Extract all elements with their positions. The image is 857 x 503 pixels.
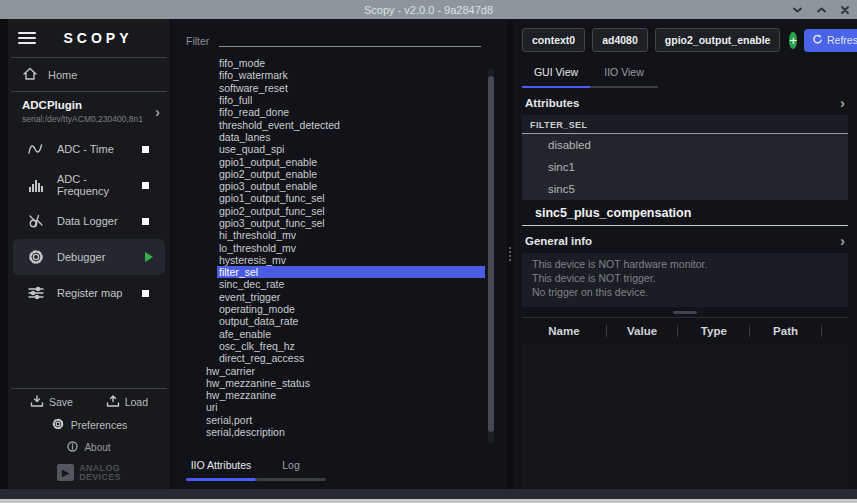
info-line: This device is NOT hardware monitor. [522,257,848,271]
tree-item[interactable]: gpio1_output_func_sel [172,192,485,204]
attribute-options-list: disabled sinc1 sinc5 [522,134,848,200]
home-icon [22,66,38,83]
tree-item[interactable]: osc_clk_freq_hz [172,340,485,352]
device-header-adcplugin[interactable]: ADCPlugin serial:/dev/ttyACM0,230400,8n1… [8,92,170,131]
filter-input[interactable] [219,33,481,47]
breadcrumb: context0 ad4080 gpio2_output_enable + Re… [522,28,848,52]
tree-item[interactable]: software_reset [172,82,485,94]
tree-item[interactable]: serial,description [172,426,485,438]
tree-item[interactable]: sinc_dec_rate [172,278,485,290]
scrollbar-thumb[interactable] [488,76,494,431]
info-icon [67,441,78,454]
minimize-button[interactable] [793,7,802,13]
tree-item[interactable]: direct_reg_access [172,352,485,364]
tree-item[interactable]: lo_threshold_mv [172,241,485,253]
tree-item[interactable]: hw_mezzanine_status [172,377,485,389]
panel-splitter[interactable] [507,19,513,489]
sliders-icon [25,286,47,300]
tab-gui-view[interactable]: GUI View [522,62,590,88]
attributes-section-header[interactable]: Attributes › [522,88,848,115]
tree-item[interactable]: gpio3_output_func_sel [172,217,485,229]
plugin-serial: serial:/dev/ttyACM0,230400,8n1 [22,114,143,124]
about-button[interactable]: About [8,437,170,458]
load-icon [106,395,120,409]
stopped-square-indicator[interactable] [142,182,149,189]
breadcrumb-ad4080[interactable]: ad4080 [592,28,648,52]
tree-item[interactable]: hw_carrier [172,364,485,376]
chevron-right-icon: › [840,98,845,108]
tree-item[interactable]: hi_threshold_mv [172,229,485,241]
tree-scrollbar[interactable] [488,69,494,443]
view-tabs: GUI View IIO View [522,62,848,88]
tree-item[interactable]: fifo_watermark [172,69,485,81]
waveform-icon [25,142,47,156]
tree-item[interactable]: operating_mode [172,303,485,315]
tree-item[interactable]: threshold_event_detected [172,118,485,130]
gear-icon [25,248,47,266]
tree-item[interactable]: serial,port [172,414,485,426]
close-button[interactable] [841,6,849,14]
running-play-indicator[interactable] [145,252,153,262]
sidebar-item-home[interactable]: Home [8,58,170,91]
stopped-square-indicator[interactable] [142,146,149,153]
sidebar-item-data-logger[interactable]: Data Logger [13,203,165,239]
tree-item[interactable]: gpio1_output_enable [172,155,485,167]
tree-item[interactable]: hysteresis_mv [172,254,485,266]
attribute-name-label: FILTER_SEL [522,115,848,134]
details-table-body [522,344,848,489]
tree-item[interactable]: hw_mezzanine [172,389,485,401]
sidebar-item-adc-time[interactable]: ADC - Time [13,131,165,167]
add-button[interactable]: + [789,32,797,49]
maximize-button[interactable] [817,7,826,13]
tree-item[interactable]: fifo_read_done [172,106,485,118]
dropdown-option[interactable]: sinc5 [522,178,848,200]
dropdown-option[interactable]: disabled [522,134,848,156]
tree-item[interactable]: data_lanes [172,131,485,143]
stopped-square-indicator[interactable] [142,290,149,297]
table-splitter[interactable] [522,307,848,317]
table-column-header[interactable]: Name [522,325,607,337]
refresh-button[interactable]: Refresh [804,29,857,52]
chevron-right-icon: › [840,236,845,246]
general-info-section-header[interactable]: General info › [522,226,848,253]
stopped-square-indicator[interactable] [142,218,149,225]
table-column-header[interactable]: Value [607,325,679,337]
attribute-selected-value[interactable]: sinc5_plus_compensation [522,200,848,226]
tab-log[interactable]: Log [256,455,326,481]
sidebar-item-debugger[interactable]: Debugger [13,239,165,275]
plugin-name: ADCPlugin [22,99,143,111]
titlebar: Scopy - v2.0.0 - 9a2847d8 [0,0,857,19]
dropdown-option[interactable]: sinc1 [522,156,848,178]
adi-triangle-icon: ▶ [57,464,74,481]
tree-item[interactable]: use_quad_spi [172,143,485,155]
preferences-button[interactable]: Preferences [8,413,170,437]
iio-explorer-panel: Filter fifo_mode fifo_watermark software… [170,19,507,489]
sidebar-item-adc-frequency[interactable]: ADC - Frequency [13,167,165,203]
table-column-header[interactable]: Type [678,325,750,337]
tree-item[interactable]: fifo_full [172,94,485,106]
bars-icon [25,178,47,192]
tree-item[interactable]: uri [172,401,485,413]
tree-item[interactable]: fifo_mode [172,57,485,69]
tab-iio-view[interactable]: IIO View [590,62,658,88]
sidebar-item-register-map[interactable]: Register map [13,275,165,311]
window-bottom-strip [0,489,857,499]
tree-item[interactable]: filter_sel [172,266,485,278]
save-button[interactable]: Save [30,395,73,409]
tree-item[interactable]: output_data_rate [172,315,485,327]
tree-item[interactable]: gpio3_output_enable [172,180,485,192]
tab-iio-attributes[interactable]: IIO Attributes [186,455,256,481]
tree-item[interactable]: event_trigger [172,291,485,303]
filter-label: Filter [186,35,209,47]
menu-toggle-button[interactable] [18,32,36,44]
attribute-editor: FILTER_SEL disabled sinc1 sinc5 sinc5_pl… [522,115,848,226]
load-button[interactable]: Load [106,395,148,409]
breadcrumb-context0[interactable]: context0 [522,28,585,52]
scopy-window: Scopy - v2.0.0 - 9a2847d8 SCOPY Home ADC… [0,0,857,503]
tree-item[interactable]: afe_enable [172,328,485,340]
tree-item[interactable]: gpio2_output_enable [172,168,485,180]
breadcrumb-gpio2-output-enable[interactable]: gpio2_output_enable [655,28,781,52]
table-column-header[interactable]: Path [750,325,822,337]
refresh-icon [812,34,823,47]
tree-item[interactable]: gpio2_output_func_sel [172,205,485,217]
